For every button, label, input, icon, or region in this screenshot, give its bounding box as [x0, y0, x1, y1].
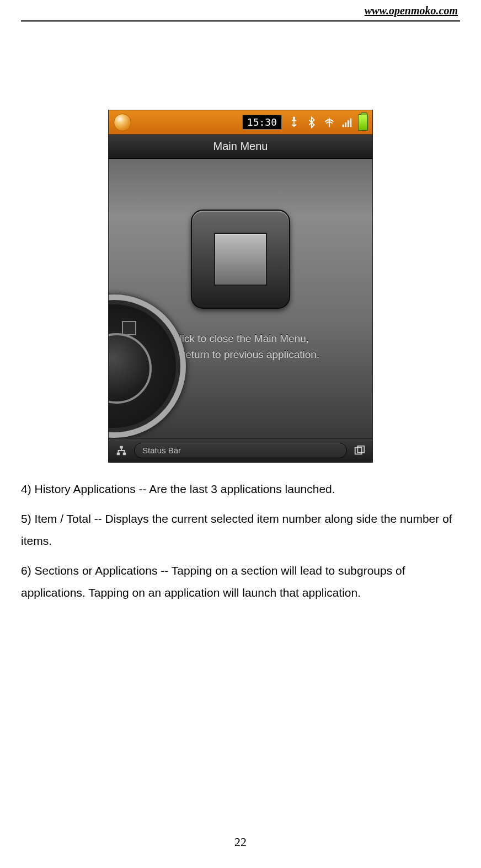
wheel-marker-icon [122, 321, 136, 335]
right-windows-icon[interactable] [352, 443, 367, 458]
svg-rect-5 [120, 446, 123, 448]
svg-rect-1 [343, 124, 344, 127]
svg-rect-4 [350, 118, 352, 127]
svg-point-0 [293, 117, 295, 119]
status-bar-label: Status Bar [142, 446, 181, 455]
title-bar: Main Menu [109, 135, 372, 159]
wifi-icon [322, 114, 336, 131]
clock-readout: 15:30 [242, 115, 282, 130]
header-url-link[interactable]: www.openmoko.com [21, 4, 460, 17]
svg-rect-8 [355, 447, 362, 454]
screenshot-container: 15:30 Main Menu [21, 110, 460, 463]
status-bar-field[interactable]: Status Bar [134, 443, 347, 458]
header-divider [21, 20, 460, 22]
paragraph-5: 5) Item / Total -- Displays the current … [21, 508, 460, 552]
close-main-menu-button[interactable] [191, 210, 290, 309]
body-text: 4) History Applications -- Are the last … [21, 478, 460, 603]
paragraph-4: 4) History Applications -- Are the last … [21, 478, 460, 500]
svg-rect-9 [357, 446, 364, 452]
device-screenshot: 15:30 Main Menu [108, 110, 373, 463]
openmoko-logo-icon[interactable] [109, 110, 136, 135]
status-bar-top: 15:30 [109, 110, 372, 135]
paragraph-6: 6) Sections or Applications -- Tapping o… [21, 560, 460, 604]
bluetooth-icon [304, 114, 319, 131]
left-tree-icon[interactable] [114, 443, 129, 458]
signal-icon [340, 114, 354, 131]
battery-icon [358, 114, 368, 131]
logo-circle-icon [114, 114, 131, 131]
svg-rect-2 [345, 122, 346, 127]
status-bar-bottom: Status Bar [109, 438, 372, 462]
usb-icon [287, 114, 301, 131]
svg-rect-3 [348, 120, 349, 127]
svg-rect-7 [123, 452, 126, 455]
page-number: 22 [0, 835, 481, 849]
title-text: Main Menu [213, 140, 268, 153]
stop-square-icon [214, 233, 267, 286]
scroll-wheel[interactable] [108, 294, 186, 438]
svg-rect-6 [117, 452, 120, 455]
document-page: www.openmoko.com 15:30 [0, 0, 481, 868]
